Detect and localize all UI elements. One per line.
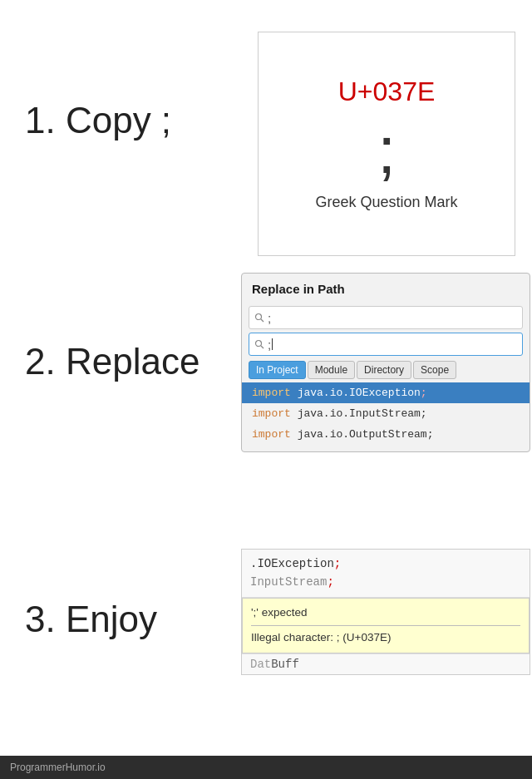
svg-line-3: [261, 346, 264, 348]
search-icon: [254, 313, 264, 323]
replace-value: ;: [268, 338, 271, 352]
error-line-2: Illegal character: ; (U+037E): [251, 629, 520, 648]
semichar-2: ;: [421, 407, 427, 420]
classname-3: java.io.OutputStream: [298, 428, 427, 441]
keyword-import-1: import: [252, 387, 291, 399]
step1-label: 1. Copy ;: [25, 100, 171, 141]
enjoy-panel: .IOException; InputStream; ';' expected …: [241, 549, 530, 675]
svg-point-2: [256, 341, 262, 347]
error-popup: ';' expected Illegal character: ; (U+037…: [242, 598, 530, 653]
code-text-3: DatBuff: [250, 658, 299, 671]
cursor: [272, 338, 273, 350]
keyword-import-2: import: [252, 407, 291, 420]
search-field[interactable]: ;: [249, 306, 523, 329]
result-row-1[interactable]: import java.io.IOException;: [242, 382, 530, 403]
code-line-2: InputStream;: [250, 573, 521, 591]
greek-semi-1: ;: [334, 557, 341, 570]
unicode-code: U+037E: [338, 76, 436, 107]
code-line-1: .IOException;: [250, 555, 521, 573]
tab-scope[interactable]: Scope: [413, 361, 456, 379]
search-value: ;: [268, 311, 271, 325]
semichar-1: ;: [421, 387, 427, 399]
replace-search-icon: [254, 339, 264, 349]
scope-tabs: In Project Module Directory Scope: [249, 361, 523, 379]
keyword-import-3: import: [252, 428, 291, 441]
code-line-3: DatBuff: [242, 653, 530, 674]
unicode-name: Greek Question Mark: [315, 194, 457, 211]
footer-text: ProgrammerHumor.io: [10, 762, 106, 773]
semichar-3: ;: [427, 428, 434, 441]
tab-in-project[interactable]: In Project: [249, 361, 306, 379]
replace-dialog: Replace in Path ; ; In Project Module Di…: [241, 273, 530, 452]
code-area: .IOException; InputStream;: [242, 550, 530, 598]
greek-semi-2: ;: [327, 575, 333, 589]
svg-point-0: [256, 314, 262, 320]
result-row-3[interactable]: import java.io.OutputStream;: [242, 424, 530, 445]
svg-line-1: [261, 319, 264, 322]
code-text-1: .IOException: [250, 557, 334, 570]
result-row-2[interactable]: import java.io.InputStream;: [242, 403, 530, 424]
classname-1: java.io.IOException: [298, 387, 421, 399]
unicode-char: ;: [377, 117, 396, 184]
error-divider: [251, 625, 520, 626]
dialog-title: Replace in Path: [242, 274, 530, 303]
tab-directory[interactable]: Directory: [357, 361, 411, 379]
step2-label: 2. Replace: [25, 341, 200, 382]
replace-field[interactable]: ;: [249, 333, 523, 356]
tab-module[interactable]: Module: [308, 361, 355, 379]
classname-2: java.io.InputStream: [298, 407, 421, 420]
unicode-card: U+037E ; Greek Question Mark: [258, 32, 515, 256]
code-text-2: InputStream: [250, 575, 327, 589]
footer-bar: ProgrammerHumor.io: [0, 756, 532, 779]
step3-label: 3. Enjoy: [25, 599, 157, 640]
error-line-1: ';' expected: [251, 604, 520, 623]
